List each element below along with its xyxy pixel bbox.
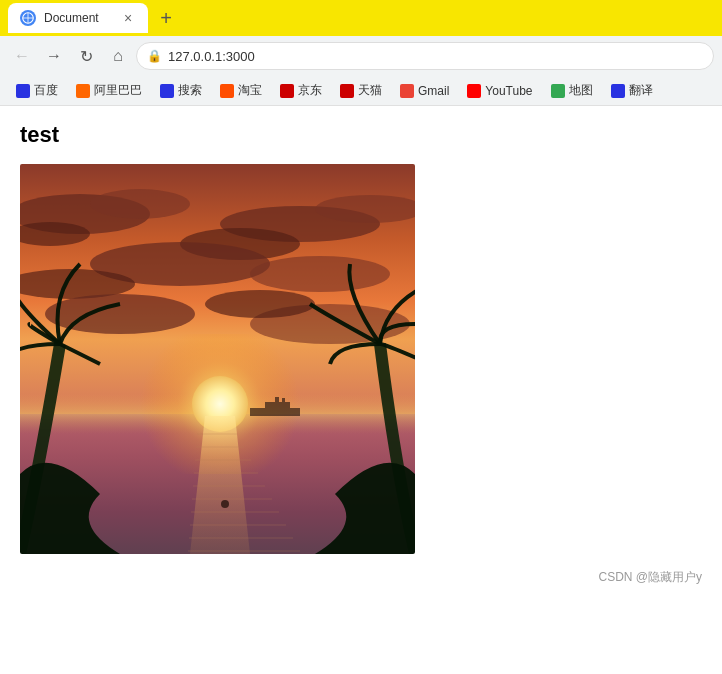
back-icon: ←: [14, 47, 30, 65]
map-favicon: [551, 84, 565, 98]
bookmark-alibaba[interactable]: 阿里巴巴: [68, 79, 150, 103]
baidu-label: 百度: [34, 82, 58, 99]
forward-button[interactable]: →: [40, 42, 68, 70]
tab-bar: Document × +: [0, 0, 722, 36]
bookmark-gmail[interactable]: Gmail: [392, 79, 457, 103]
tab-title: Document: [44, 11, 112, 25]
bookmark-baidu[interactable]: 百度: [8, 79, 66, 103]
home-icon: ⌂: [113, 47, 123, 65]
sunset-image: [20, 164, 415, 554]
baidu-favicon: [16, 84, 30, 98]
bookmark-fanyi[interactable]: 翻译: [603, 79, 661, 103]
page-title: test: [20, 122, 702, 148]
gmail-favicon: [400, 84, 414, 98]
active-tab[interactable]: Document ×: [8, 3, 148, 33]
bookmark-youtube[interactable]: YouTube: [459, 79, 540, 103]
address-text: 127.0.0.1:3000: [168, 49, 255, 64]
lock-icon: 🔒: [147, 49, 162, 63]
forward-icon: →: [46, 47, 62, 65]
back-button[interactable]: ←: [8, 42, 36, 70]
search-favicon: [160, 84, 174, 98]
address-bar[interactable]: 🔒 127.0.0.1:3000: [136, 42, 714, 70]
gmail-label: Gmail: [418, 84, 449, 98]
youtube-label: YouTube: [485, 84, 532, 98]
footer-watermark: CSDN @隐藏用户y: [598, 569, 702, 586]
bookmark-search[interactable]: 搜索: [152, 79, 210, 103]
fanyi-favicon: [611, 84, 625, 98]
nav-bar: ← → ↻ ⌂ 🔒 127.0.0.1:3000: [0, 36, 722, 76]
new-tab-button[interactable]: +: [152, 4, 180, 32]
alibaba-favicon: [76, 84, 90, 98]
bookmarks-bar: 百度阿里巴巴搜索淘宝京东天猫GmailYouTube地图翻译: [0, 76, 722, 106]
map-label: 地图: [569, 82, 593, 99]
jd-favicon: [280, 84, 294, 98]
tab-close-button[interactable]: ×: [120, 10, 136, 26]
bookmark-map[interactable]: 地图: [543, 79, 601, 103]
sunset-canvas: [20, 164, 415, 554]
home-button[interactable]: ⌂: [104, 42, 132, 70]
bookmark-tmall[interactable]: 天猫: [332, 79, 390, 103]
tmall-label: 天猫: [358, 82, 382, 99]
refresh-icon: ↻: [80, 47, 93, 66]
search-label: 搜索: [178, 82, 202, 99]
tab-favicon: [20, 10, 36, 26]
bookmark-jd[interactable]: 京东: [272, 79, 330, 103]
bookmark-taobao[interactable]: 淘宝: [212, 79, 270, 103]
youtube-favicon: [467, 84, 481, 98]
alibaba-label: 阿里巴巴: [94, 82, 142, 99]
refresh-button[interactable]: ↻: [72, 42, 100, 70]
jd-label: 京东: [298, 82, 322, 99]
page-content: test CSDN @隐藏用户y: [0, 106, 722, 606]
browser-chrome: Document × + ← → ↻ ⌂ 🔒 127.0.0.1:3000 百度…: [0, 0, 722, 106]
fanyi-label: 翻译: [629, 82, 653, 99]
taobao-favicon: [220, 84, 234, 98]
tmall-favicon: [340, 84, 354, 98]
taobao-label: 淘宝: [238, 82, 262, 99]
